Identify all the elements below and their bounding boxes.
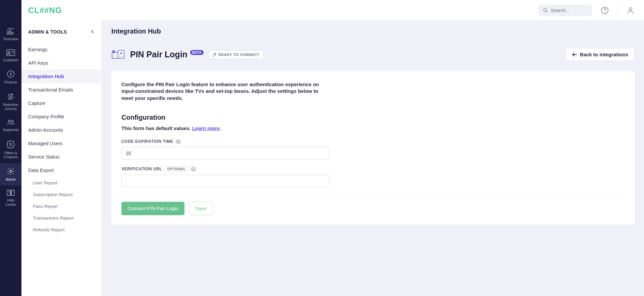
sidebar-item-company-profile[interactable]: Company Profile: [21, 110, 102, 123]
integration-title: PIN Pair Login BETA: [130, 50, 204, 59]
rail-item-help[interactable]: Help Center: [0, 185, 21, 211]
svg-point-11: [8, 120, 10, 122]
user-icon: [627, 6, 635, 14]
sidebar-subitem-pass-report[interactable]: Pass Report: [21, 200, 102, 212]
collapse-sidebar-button[interactable]: [90, 29, 95, 35]
page-title: Integration Hub: [102, 21, 644, 40]
svg-rect-2: [12, 32, 13, 34]
sidebar-item-transactional-emails[interactable]: Transactional Emails: [21, 83, 102, 97]
rail-item-label: Segments: [3, 128, 18, 132]
rail-item-admin[interactable]: Admin: [0, 163, 21, 186]
sidebar-item-capture[interactable]: Capture: [21, 97, 102, 110]
rail-item-label: Finance: [4, 80, 17, 84]
optional-badge: OPTIONAL: [165, 166, 188, 172]
back-label: Back to integrations: [580, 52, 628, 57]
rail-item-offers[interactable]: Offers & Coupons: [0, 136, 21, 163]
rocket-icon: [213, 53, 217, 57]
sidebar-subitem-transactions-report[interactable]: Transactions Report: [21, 212, 102, 224]
cycle-icon: [6, 93, 15, 101]
sidebar-item-label: Company Profile: [28, 114, 64, 119]
code-expiration-label: CODE EXPIRATION TIME: [121, 139, 173, 144]
rail-item-customer[interactable]: Customer: [0, 45, 21, 66]
sidebar-subitem-label: Pass Report: [33, 204, 58, 209]
sidebar-item-label: Data Export: [28, 168, 54, 173]
sidebar-list: Earnings API Keys Integration Hub Transa…: [21, 43, 102, 236]
back-to-integrations-button[interactable]: Back to integrations: [566, 48, 635, 61]
default-values-prefix: This form has default values.: [121, 125, 192, 131]
svg-point-25: [629, 8, 632, 10]
svg-rect-1: [9, 30, 11, 34]
svg-point-10: [10, 96, 12, 97]
user-card-icon: [6, 49, 15, 56]
rail-item-label: Overview: [3, 37, 18, 41]
svg-point-24: [604, 12, 605, 12]
main-column: Integration Hub: [102, 0, 644, 296]
pin-pair-login-icon: [111, 49, 125, 61]
rail-item-label: Admin: [6, 177, 16, 182]
svg-point-33: [122, 56, 123, 57]
beta-badge: BETA: [190, 50, 204, 55]
sidebar-item-api-keys[interactable]: API Keys: [21, 56, 102, 70]
book-icon: [6, 189, 15, 196]
search-input[interactable]: [551, 8, 587, 13]
field-label-row: VERIFICATION URL OPTIONAL ?: [121, 166, 329, 172]
svg-text:$: $: [10, 72, 12, 76]
sidebar-item-integration-hub[interactable]: Integration Hub: [21, 70, 102, 83]
sidebar-item-managed-users[interactable]: Managed Users: [21, 137, 102, 150]
svg-point-23: [601, 7, 608, 14]
search-box[interactable]: [538, 5, 592, 16]
field-label-row: CODE EXPIRATION TIME ?: [121, 139, 329, 144]
verification-url-field: VERIFICATION URL OPTIONAL ?: [121, 166, 329, 187]
rail-item-overview[interactable]: Overview: [0, 23, 21, 45]
verification-url-input[interactable]: [121, 175, 329, 187]
page-title-text: Integration Hub: [111, 27, 161, 35]
sidebar-item-service-status[interactable]: Service Status: [21, 150, 102, 164]
sidebar-subitem-label: Refunds Report: [33, 227, 65, 232]
svg-point-32: [121, 56, 121, 57]
sidebar-subitem-label: Subscription Report: [33, 192, 73, 197]
sidebar-item-label: API Keys: [28, 60, 48, 66]
sidebar-item-earnings[interactable]: Earnings: [21, 43, 102, 56]
sidebar-item-admin-accounts[interactable]: Admin Accounts: [21, 123, 102, 137]
rail-item-segments[interactable]: Segments: [0, 115, 21, 136]
code-expiration-help-icon[interactable]: ?: [176, 139, 181, 144]
svg-rect-27: [118, 50, 124, 58]
rail-item-finance[interactable]: $ Finance: [0, 66, 21, 88]
svg-line-14: [9, 143, 12, 146]
learn-more-link[interactable]: Learn more: [192, 125, 220, 131]
sidebar-item-label: Capture: [28, 101, 46, 106]
topbar-right: [538, 3, 638, 18]
profile-button[interactable]: [623, 3, 638, 18]
sidebar-item-label: Earnings: [28, 47, 47, 52]
secondary-sidebar: ADMIN & TOOLS Earnings API Keys Integrat…: [21, 0, 102, 296]
verification-url-help-icon[interactable]: ?: [191, 167, 196, 172]
integration-header-left: PIN Pair Login BETA READY TO CONNECT: [111, 49, 264, 61]
integration-name: PIN Pair Login: [130, 50, 187, 59]
period: .: [220, 125, 221, 131]
rail-item-retention[interactable]: Retention Journey: [0, 88, 21, 115]
page-body: Integration Hub: [102, 21, 644, 296]
sidebar-subitem-refunds-report[interactable]: Refunds Report: [21, 224, 102, 236]
status-pill: READY TO CONNECT: [208, 50, 264, 59]
code-expiration-input[interactable]: [121, 147, 329, 160]
svg-point-12: [12, 120, 13, 122]
svg-point-9: [13, 72, 14, 73]
brand-logo-area: CL##NG: [21, 0, 102, 21]
svg-point-31: [119, 56, 120, 57]
help-button[interactable]: [597, 3, 612, 18]
arrow-left-icon: [572, 52, 577, 57]
sidebar-item-label: Service Status: [28, 154, 60, 160]
rail-item-label: Retention Journey: [1, 103, 20, 111]
save-button[interactable]: Save: [189, 202, 213, 215]
connect-button[interactable]: Connect PIN Pair Login: [121, 202, 184, 215]
sidebar-subitem-subscription-report[interactable]: Subscription Report: [21, 189, 102, 200]
sidebar-subitem-user-report[interactable]: User Report: [21, 177, 102, 189]
sidebar-item-data-export[interactable]: Data Export: [21, 164, 102, 177]
sidebar-item-label: Admin Accounts: [28, 127, 63, 133]
chevron-left-icon: [90, 29, 95, 34]
topbar: [102, 0, 644, 21]
users-group-icon: [6, 119, 15, 126]
intro-text: Configure the PIN Pair Login feature to …: [121, 81, 329, 102]
verification-url-label: VERIFICATION URL: [121, 167, 162, 171]
rail-item-label: Help Center: [1, 198, 20, 206]
